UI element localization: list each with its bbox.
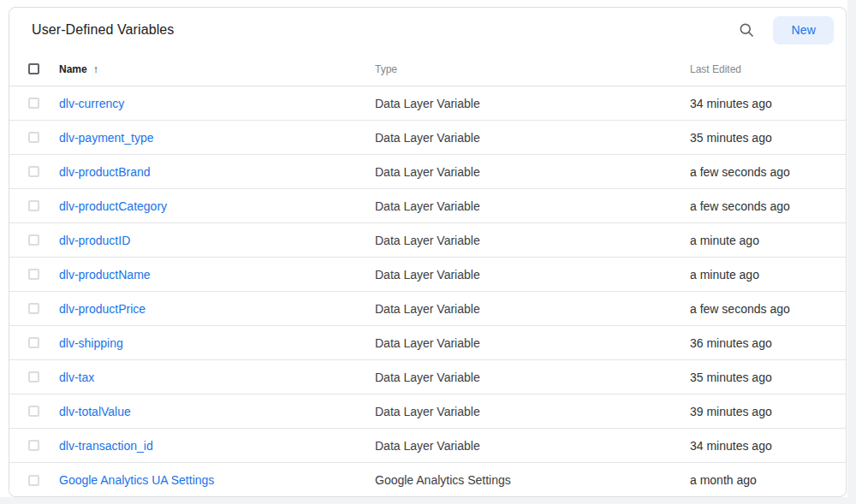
search-icon[interactable] — [736, 20, 757, 40]
row-checkbox[interactable] — [28, 406, 39, 417]
row-checkbox-cell — [28, 371, 59, 382]
table-body: dlv-currencyData Layer Variable34 minute… — [9, 86, 846, 497]
row-checkbox-cell — [28, 200, 59, 211]
row-checkbox-cell — [28, 234, 59, 246]
variable-type: Data Layer Variable — [375, 405, 690, 418]
table-row: dlv-productCategoryData Layer Variablea … — [9, 189, 846, 223]
variable-name-link[interactable]: dlv-tax — [59, 371, 94, 384]
row-checkbox[interactable] — [28, 98, 39, 109]
column-header-name-label: Name — [59, 63, 87, 75]
variable-name-link[interactable]: dlv-payment_type — [59, 131, 154, 145]
table-row: dlv-productPriceData Layer Variablea few… — [9, 292, 846, 326]
select-all-cell — [28, 63, 59, 74]
table-row: Google Analytics UA SettingsGoogle Analy… — [9, 463, 846, 497]
variable-type: Data Layer Variable — [375, 165, 690, 179]
row-checkbox[interactable] — [28, 132, 39, 143]
variable-type: Data Layer Variable — [375, 302, 690, 316]
row-checkbox-cell — [28, 132, 59, 143]
variable-type: Data Layer Variable — [375, 234, 690, 247]
variable-name-link[interactable]: dlv-totalValue — [59, 405, 131, 418]
page-title: User-Defined Variables — [32, 22, 736, 38]
variable-last-edited: a few seconds ago — [690, 165, 846, 179]
card-header: User-Defined Variables New — [9, 8, 846, 52]
variable-type: Google Analytics Settings — [375, 473, 690, 487]
variable-last-edited: a minute ago — [690, 268, 846, 282]
variable-name-link[interactable]: dlv-productCategory — [59, 199, 167, 213]
variable-type: Data Layer Variable — [375, 336, 690, 350]
row-checkbox[interactable] — [28, 200, 39, 211]
new-button[interactable]: New — [773, 16, 834, 44]
variables-card: User-Defined Variables New Name ↑ Type L… — [9, 7, 847, 497]
variable-type: Data Layer Variable — [375, 439, 690, 453]
select-all-checkbox[interactable] — [28, 63, 39, 74]
variable-name-link[interactable]: dlv-shipping — [59, 336, 123, 350]
variable-last-edited: a minute ago — [690, 234, 846, 247]
variable-name-link[interactable]: dlv-productID — [59, 234, 130, 247]
variable-last-edited: 34 minutes ago — [690, 97, 846, 110]
table-row: dlv-totalValueData Layer Variable39 minu… — [9, 394, 846, 429]
variable-name-link[interactable]: dlv-transaction_id — [59, 439, 153, 453]
table-row: dlv-productNameData Layer Variablea minu… — [9, 258, 846, 292]
variable-last-edited: a few seconds ago — [690, 199, 846, 213]
table-row: dlv-transaction_idData Layer Variable34 … — [9, 429, 846, 463]
variable-name-link[interactable]: dlv-productName — [59, 268, 151, 282]
vertical-scrollbar[interactable] — [847, 0, 856, 504]
row-checkbox-cell — [28, 406, 59, 417]
column-header-type: Type — [375, 63, 690, 75]
row-checkbox[interactable] — [28, 166, 39, 177]
row-checkbox-cell — [28, 337, 59, 348]
row-checkbox[interactable] — [28, 337, 39, 348]
variable-last-edited: 36 minutes ago — [690, 336, 846, 350]
row-checkbox-cell — [28, 475, 59, 486]
row-checkbox[interactable] — [28, 269, 39, 280]
table-row: dlv-payment_typeData Layer Variable35 mi… — [9, 121, 846, 155]
variable-name-link[interactable]: Google Analytics UA Settings — [59, 473, 214, 487]
column-header-name[interactable]: Name ↑ — [59, 62, 375, 75]
variable-last-edited: a month ago — [690, 473, 846, 487]
row-checkbox[interactable] — [28, 475, 39, 486]
horizontal-scrollbar[interactable] — [0, 497, 856, 504]
variable-type: Data Layer Variable — [375, 131, 690, 145]
row-checkbox-cell — [28, 98, 59, 109]
variable-last-edited: 35 minutes ago — [690, 131, 846, 145]
variable-type: Data Layer Variable — [375, 199, 690, 213]
variable-name-link[interactable]: dlv-productBrand — [59, 165, 151, 179]
variable-last-edited: 35 minutes ago — [690, 371, 846, 384]
row-checkbox[interactable] — [28, 371, 39, 382]
row-checkbox[interactable] — [28, 303, 39, 314]
row-checkbox-cell — [28, 440, 59, 451]
row-checkbox-cell — [28, 303, 59, 314]
table-row: dlv-shippingData Layer Variable36 minute… — [9, 326, 846, 360]
variable-last-edited: a few seconds ago — [690, 302, 846, 316]
variable-type: Data Layer Variable — [375, 268, 690, 282]
table-row: dlv-currencyData Layer Variable34 minute… — [9, 86, 846, 121]
variable-name-link[interactable]: dlv-productPrice — [59, 302, 146, 316]
table-row: dlv-taxData Layer Variable35 minutes ago — [9, 360, 846, 394]
variable-last-edited: 34 minutes ago — [690, 439, 846, 453]
table-row: dlv-productBrandData Layer Variablea few… — [9, 155, 846, 189]
variable-type: Data Layer Variable — [375, 97, 690, 110]
variable-name-link[interactable]: dlv-currency — [59, 97, 124, 110]
variable-type: Data Layer Variable — [375, 371, 690, 384]
row-checkbox[interactable] — [28, 234, 39, 246]
variable-last-edited: 39 minutes ago — [690, 405, 846, 418]
table-header-row: Name ↑ Type Last Edited — [9, 52, 846, 86]
column-header-last-edited: Last Edited — [690, 63, 846, 75]
row-checkbox[interactable] — [28, 440, 39, 451]
sort-ascending-icon: ↑ — [93, 62, 99, 75]
row-checkbox-cell — [28, 166, 59, 177]
table-row: dlv-productIDData Layer Variablea minute… — [9, 223, 846, 258]
row-checkbox-cell — [28, 269, 59, 280]
